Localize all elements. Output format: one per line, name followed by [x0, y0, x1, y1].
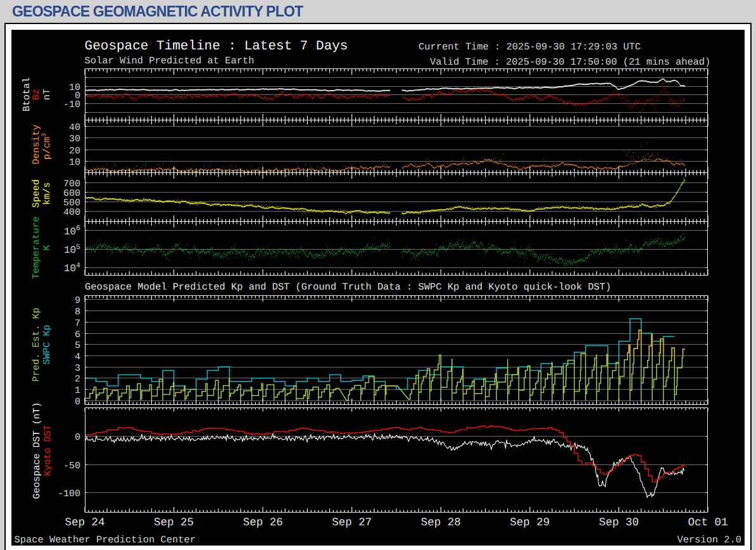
svg-text:Sep 24: Sep 24 — [65, 516, 104, 529]
svg-text:Sep 27: Sep 27 — [332, 516, 372, 529]
svg-text:Oct 01: Oct 01 — [688, 516, 728, 529]
svg-text:104: 104 — [64, 262, 80, 275]
svg-text:5: 5 — [75, 340, 80, 351]
svg-text:Solar Wind Predicted at Earth: Solar Wind Predicted at Earth — [85, 55, 255, 67]
svg-text:400: 400 — [63, 207, 80, 218]
svg-text:0: 0 — [75, 397, 80, 407]
svg-text:40: 40 — [69, 122, 80, 133]
svg-text:0: 0 — [75, 432, 80, 443]
svg-text:-100: -100 — [58, 489, 80, 499]
svg-text:10: 10 — [69, 157, 80, 168]
svg-text:7: 7 — [75, 318, 80, 329]
svg-text:Temperature: Temperature — [31, 216, 42, 279]
svg-text:p/cm3: p/cm3 — [41, 133, 53, 160]
svg-text:-50: -50 — [63, 461, 80, 471]
svg-text:6: 6 — [75, 329, 80, 340]
svg-text:Density: Density — [31, 124, 42, 164]
svg-text:Geospace DST (nT): Geospace DST (nT) — [32, 402, 42, 499]
svg-text:Sep 29: Sep 29 — [510, 516, 550, 529]
svg-text:K: K — [42, 245, 53, 250]
svg-text:Speed: Speed — [31, 179, 42, 208]
svg-text:Sep 25: Sep 25 — [154, 516, 194, 529]
svg-text:20: 20 — [69, 146, 80, 157]
svg-text:nT: nT — [42, 89, 53, 100]
svg-text:Bz: Bz — [31, 89, 42, 100]
svg-text:Sep 28: Sep 28 — [421, 516, 461, 529]
svg-text:Geospace Model Predicted Kp an: Geospace Model Predicted Kp and DST (Gro… — [85, 281, 611, 293]
svg-text:km/s: km/s — [42, 182, 53, 205]
svg-text:9: 9 — [75, 295, 80, 306]
svg-text:30: 30 — [69, 134, 80, 144]
svg-text:2: 2 — [75, 374, 80, 385]
svg-text:Sep 26: Sep 26 — [243, 516, 283, 529]
svg-text:-10: -10 — [63, 99, 80, 110]
svg-text:8: 8 — [75, 307, 80, 317]
svg-text:Valid Time : 2025-09-30 17:50:: Valid Time : 2025-09-30 17:50:00 (21 min… — [430, 56, 710, 68]
svg-text:105: 105 — [64, 243, 80, 257]
svg-text:4: 4 — [75, 352, 80, 362]
svg-text:Kyoto DST: Kyoto DST — [42, 425, 53, 476]
svg-text:Current Time : 2025-09-30 17:2: Current Time : 2025-09-30 17:29:03 UTC — [419, 41, 641, 53]
svg-text:Version 2.0: Version 2.0 — [677, 534, 741, 546]
svg-text:Geospace Timeline : Latest 7 D: Geospace Timeline : Latest 7 Days — [85, 39, 348, 54]
svg-text:Pred. Est. Kp: Pred. Est. Kp — [31, 307, 42, 381]
svg-text:SWPC Kp: SWPC Kp — [42, 324, 53, 364]
svg-text:3: 3 — [75, 363, 80, 374]
svg-text:106: 106 — [64, 224, 80, 238]
svg-text:Space Weather Prediction Cente: Space Weather Prediction Center — [15, 534, 196, 546]
svg-text:1: 1 — [75, 385, 80, 396]
svg-text:Sep 30: Sep 30 — [599, 516, 639, 529]
